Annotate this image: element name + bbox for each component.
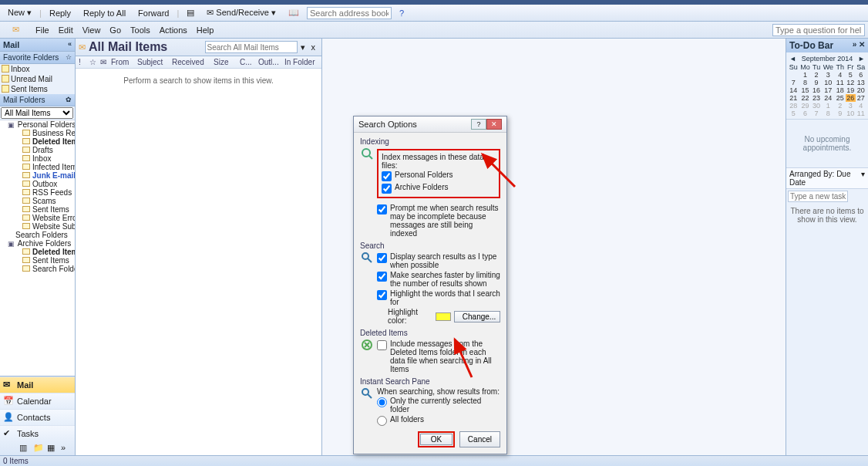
calendar-day[interactable] <box>788 71 799 79</box>
arrange-by[interactable]: Arranged By: Due Date▾ <box>786 168 868 189</box>
collapse-icon[interactable]: « <box>68 40 72 48</box>
calendar-day[interactable]: 22 <box>799 94 811 102</box>
reply-button[interactable]: Reply <box>45 7 76 19</box>
tree-item[interactable]: Website Errors <box>15 214 75 222</box>
calendar-day[interactable]: 7 <box>812 110 822 117</box>
calendar-day[interactable]: 11 <box>856 110 866 117</box>
calendar-day[interactable]: 1 <box>799 71 811 79</box>
calendar-day[interactable]: 25 <box>835 94 846 102</box>
notes-icon[interactable]: ▥ <box>19 443 30 454</box>
prompt-checkbox[interactable]: Prompt me when search results may be inc… <box>377 203 500 238</box>
tree-item[interactable]: RSS Feeds <box>15 188 75 197</box>
search-expand-icon[interactable]: x <box>308 42 319 52</box>
allitems-dropdown[interactable]: All Mail Items <box>1 107 73 119</box>
calendar-day[interactable]: 19 <box>846 86 856 94</box>
tree-item[interactable]: Business Related <box>15 129 75 137</box>
tree-personal-folders[interactable]: Personal Folders <box>17 120 75 129</box>
tree-item[interactable]: Website Submission <box>15 222 75 231</box>
change-color-button[interactable]: Change... <box>454 311 500 322</box>
menu-actions[interactable]: Actions <box>155 24 192 36</box>
calendar-day[interactable]: 5 <box>846 71 856 79</box>
new-button[interactable]: New ▾ <box>3 6 36 19</box>
configure-icon[interactable]: » <box>61 443 72 454</box>
calendar-day[interactable]: 8 <box>799 79 811 86</box>
nav-calendar[interactable]: 📅Calendar <box>0 393 75 409</box>
dialog-help-icon[interactable]: ? <box>471 119 486 130</box>
todo-min-icon[interactable]: » ✕ <box>853 40 865 49</box>
cancel-button[interactable]: Cancel <box>459 431 500 447</box>
calendar-day[interactable]: 14 <box>788 86 799 94</box>
calendar-day[interactable]: 11 <box>835 79 846 86</box>
instant-search-input[interactable] <box>205 41 298 53</box>
calendar-day[interactable]: 9 <box>812 79 822 86</box>
date-navigator[interactable]: ◄September 2014► SuMoTuWeThFrSa123456789… <box>786 52 868 119</box>
mailfolders-header[interactable]: Mail Folders✿ <box>0 94 75 106</box>
index-file-row[interactable]: Personal Folders <box>382 170 496 182</box>
calendar-day[interactable]: 12 <box>846 79 856 86</box>
nav-contacts[interactable]: 👤Contacts <box>0 409 75 425</box>
shortcuts-icon[interactable]: ▦ <box>47 443 58 454</box>
calendar-day[interactable]: 27 <box>856 94 866 102</box>
ok-button[interactable]: OK <box>420 434 453 445</box>
calendar-day[interactable]: 24 <box>822 94 835 102</box>
tree-item[interactable]: Deleted Items (11) <box>15 248 75 256</box>
calendar-day[interactable]: 2 <box>812 71 822 79</box>
favorites-header[interactable]: Favorite Folders☆ <box>0 52 75 64</box>
calendar-day[interactable]: 8 <box>822 110 835 117</box>
radio-selected-folder[interactable]: Only the currently selected folder <box>377 396 500 414</box>
tree-item[interactable]: Scams <box>15 197 75 205</box>
calendar-day[interactable]: 17 <box>822 86 835 94</box>
fav-sent[interactable]: Sent Items <box>0 84 75 94</box>
tree-item[interactable]: Deleted Items (55) <box>15 137 75 146</box>
tree-archive-folders[interactable]: Archive Folders <box>17 239 72 248</box>
folder-icon[interactable]: 📁 <box>33 443 44 454</box>
calendar-day[interactable]: 30 <box>812 102 822 110</box>
calendar-day[interactable]: 20 <box>856 86 866 94</box>
calendar-day[interactable]: 28 <box>788 102 799 110</box>
tree-item[interactable]: Sent Items <box>15 205 75 214</box>
search-dropdown-icon[interactable]: ▾ <box>298 42 308 52</box>
tree-search-folders[interactable]: Search Folders <box>15 231 69 239</box>
sort-icon[interactable]: ▾ <box>861 170 865 187</box>
reply-all-button[interactable]: Reply to All <box>79 7 130 19</box>
tree-item[interactable]: Inbox <box>15 154 75 163</box>
search-addressbook-input[interactable] <box>307 7 392 19</box>
next-month-icon[interactable]: ► <box>858 55 865 62</box>
calendar-day[interactable]: 4 <box>856 102 866 110</box>
prev-month-icon[interactable]: ◄ <box>789 55 796 62</box>
forward-button[interactable]: Forward <box>133 7 173 19</box>
filter-icon[interactable]: ▤ <box>182 6 199 19</box>
fav-unread[interactable]: Unread Mail <box>0 74 75 84</box>
include-deleted-checkbox[interactable]: Include messages from the Deleted Items … <box>377 339 500 374</box>
calendar-day[interactable]: 2 <box>835 102 846 110</box>
calendar-day[interactable]: 5 <box>788 110 799 117</box>
tree-item[interactable]: Search Folders <box>15 265 75 273</box>
radio-all-folders[interactable]: All folders <box>377 414 500 427</box>
menu-edit[interactable]: Edit <box>54 24 78 36</box>
limit-results-checkbox[interactable]: Make searches faster by limiting the num… <box>377 270 500 289</box>
menu-help[interactable]: Help <box>192 24 219 36</box>
tree-item[interactable]: Sent Items <box>15 256 75 265</box>
calendar-day[interactable]: 6 <box>799 110 811 117</box>
display-as-type-checkbox[interactable]: Display search results as I type when po… <box>377 252 500 270</box>
calendar-day[interactable]: 10 <box>822 79 835 86</box>
calendar-day[interactable]: 21 <box>788 94 799 102</box>
calendar-day[interactable]: 26 <box>846 94 856 102</box>
menu-file[interactable]: File <box>31 24 54 36</box>
tree-item[interactable]: Infected Items <box>15 163 75 171</box>
dialog-close-icon[interactable]: ✕ <box>486 119 502 130</box>
calendar-day[interactable]: 4 <box>835 71 846 79</box>
menu-view[interactable]: View <box>78 24 106 36</box>
menu-go[interactable]: Go <box>105 24 126 36</box>
calendar-day[interactable]: 29 <box>799 102 811 110</box>
tree-toggle[interactable]: ▣ <box>8 121 15 129</box>
calendar-day[interactable]: 6 <box>856 71 866 79</box>
tree-item[interactable]: Junk E-mail [1] <box>15 171 75 180</box>
fav-inbox[interactable]: Inbox <box>0 64 75 74</box>
calendar-day[interactable]: 9 <box>835 110 846 117</box>
column-headers[interactable]: ! ☆ ✉ From Subject Received Size C... Ou… <box>76 56 321 69</box>
calendar-day[interactable]: 13 <box>856 79 866 86</box>
calendar-day[interactable]: 3 <box>822 71 835 79</box>
calendar-day[interactable]: 23 <box>812 94 822 102</box>
tree-item[interactable]: Drafts <box>15 146 75 154</box>
